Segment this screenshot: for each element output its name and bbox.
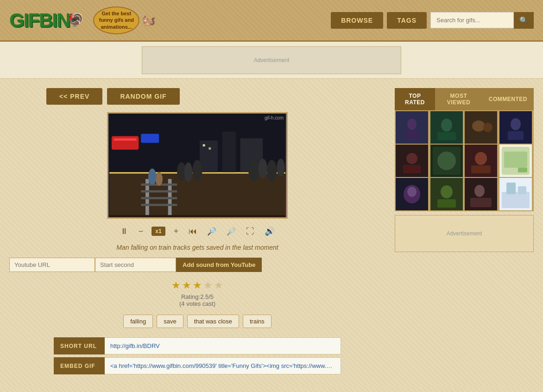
embed-gif-label: EMBED GIF bbox=[54, 357, 105, 374]
tab-commented[interactable]: COMMENTED bbox=[482, 88, 534, 110]
tag-save[interactable]: save bbox=[157, 315, 183, 328]
speed-decrease-button[interactable]: − bbox=[137, 225, 145, 238]
youtube-url-input[interactable] bbox=[9, 258, 95, 272]
speed-increase-button[interactable]: + bbox=[172, 225, 181, 238]
sidebar-ad-text: Advertisement bbox=[447, 230, 482, 237]
star-1[interactable]: ★ bbox=[171, 279, 181, 291]
thumbnail-11[interactable] bbox=[465, 178, 497, 210]
tag-falling[interactable]: falling bbox=[123, 315, 153, 328]
svg-rect-61 bbox=[470, 198, 492, 207]
thumbnail-12[interactable] bbox=[499, 178, 532, 210]
star-rating[interactable]: ★ ★ ★ ★ ★ bbox=[171, 279, 223, 291]
short-url-label: SHORT URL bbox=[54, 337, 105, 354]
svg-point-25 bbox=[155, 172, 163, 186]
svg-rect-11 bbox=[222, 132, 236, 172]
content-left: << PREV RANDOM GIF bbox=[9, 88, 385, 377]
search-button[interactable]: 🔍 bbox=[514, 12, 534, 29]
embed-gif-row: EMBED GIF <a href='https://www.gifbin.co… bbox=[54, 357, 341, 374]
svg-point-15 bbox=[248, 158, 259, 181]
ad-banner: Advertisement bbox=[0, 42, 543, 79]
thumbnail-8[interactable] bbox=[499, 145, 532, 177]
tags-section: falling save that was close trains bbox=[123, 315, 272, 328]
rating-section: ★ ★ ★ ★ ★ Rating:2.5/5 (4 votes cast) bbox=[171, 279, 223, 307]
svg-rect-22 bbox=[112, 136, 139, 150]
speed-badge[interactable]: x1 bbox=[152, 227, 165, 236]
svg-rect-42 bbox=[403, 165, 421, 173]
main-layout: << PREV RANDOM GIF bbox=[0, 79, 543, 386]
thumbnail-6[interactable] bbox=[430, 145, 463, 177]
svg-rect-63 bbox=[502, 192, 530, 208]
svg-rect-52 bbox=[518, 168, 527, 172]
youtube-start-second-input[interactable] bbox=[95, 258, 176, 272]
svg-point-41 bbox=[406, 153, 417, 164]
site-header: GIFBIN 🦃 Get the best funny gifs and ani… bbox=[0, 0, 543, 42]
add-youtube-sound-button[interactable]: Add sound from YouTube bbox=[176, 258, 262, 272]
star-4[interactable]: ★ bbox=[203, 279, 213, 291]
embed-gif-value[interactable]: <a href='https://www.gifbin.com/990539' … bbox=[105, 357, 341, 374]
sound-button[interactable]: 🔊 bbox=[263, 224, 277, 238]
random-gif-button[interactable]: RANDOM GIF bbox=[107, 88, 179, 105]
tags-button[interactable]: TAGS bbox=[387, 12, 427, 29]
short-url-row: SHORT URL http://gifb.in/BDRV bbox=[54, 337, 341, 354]
site-logo[interactable]: GIFBIN 🦃 bbox=[9, 9, 84, 32]
gif-watermark: gif-h.com bbox=[265, 115, 284, 120]
ad-placeholder: Advertisement bbox=[142, 46, 401, 74]
gif-caption: Man falling on train tracks gets saved i… bbox=[116, 244, 278, 251]
svg-rect-10 bbox=[200, 140, 218, 172]
rating-votes: (4 votes cast) bbox=[179, 300, 215, 307]
svg-rect-58 bbox=[437, 199, 456, 208]
sidebar-ad: Advertisement bbox=[395, 215, 534, 252]
svg-point-21 bbox=[192, 160, 202, 181]
header-tagline: Get the best funny gifs and animations..… bbox=[93, 6, 139, 34]
svg-point-29 bbox=[407, 119, 417, 130]
thumbnail-4[interactable] bbox=[499, 111, 532, 144]
svg-rect-51 bbox=[504, 152, 527, 168]
svg-point-18 bbox=[277, 158, 285, 177]
gif-container: gif-h.com bbox=[107, 112, 288, 219]
tag-that-was-close[interactable]: that was close bbox=[187, 315, 239, 328]
zoom-out-button[interactable]: 🔎 bbox=[225, 225, 238, 238]
tag-trains[interactable]: trains bbox=[243, 315, 272, 328]
thumbnail-grid bbox=[395, 110, 534, 211]
tab-most-viewed[interactable]: MOST VIEWED bbox=[435, 88, 482, 110]
svg-rect-48 bbox=[471, 165, 491, 173]
svg-point-57 bbox=[441, 185, 453, 198]
tab-top-rated[interactable]: TOP RATED bbox=[395, 88, 435, 110]
thumbnail-7[interactable] bbox=[465, 145, 497, 177]
star-3[interactable]: ★ bbox=[193, 279, 202, 291]
thumbnail-10[interactable] bbox=[430, 178, 463, 210]
zoom-in-button[interactable]: 🔎 bbox=[205, 225, 218, 238]
star-2[interactable]: ★ bbox=[182, 279, 191, 291]
thumbnail-5[interactable] bbox=[396, 145, 428, 177]
thumbnail-1[interactable] bbox=[396, 111, 428, 144]
svg-point-35 bbox=[472, 120, 485, 132]
rating-value: Rating:2.5/5 bbox=[181, 293, 214, 300]
svg-point-20 bbox=[184, 162, 193, 182]
svg-rect-7 bbox=[141, 197, 177, 199]
short-url-value[interactable]: http://gifb.in/BDRV bbox=[105, 337, 341, 354]
thumbnail-3[interactable] bbox=[465, 111, 497, 144]
svg-point-38 bbox=[511, 118, 521, 130]
gif-navigation: << PREV RANDOM GIF bbox=[46, 88, 180, 105]
thumbnail-2[interactable] bbox=[430, 111, 463, 144]
svg-rect-39 bbox=[508, 131, 524, 140]
svg-rect-24 bbox=[141, 134, 159, 143]
search-input[interactable] bbox=[430, 12, 514, 28]
url-section: SHORT URL http://gifb.in/BDRV EMBED GIF … bbox=[54, 337, 341, 377]
fullscreen-button[interactable]: ⛶ bbox=[244, 225, 256, 238]
svg-rect-6 bbox=[141, 190, 177, 193]
svg-rect-27 bbox=[109, 215, 285, 217]
svg-point-17 bbox=[267, 160, 277, 182]
rewind-button[interactable]: ⏮ bbox=[187, 225, 199, 238]
pause-button[interactable]: ⏸ bbox=[118, 225, 130, 238]
svg-rect-13 bbox=[203, 144, 205, 146]
svg-point-26 bbox=[148, 169, 157, 185]
logo-bird-icon: 🦃 bbox=[68, 13, 84, 28]
svg-rect-33 bbox=[437, 132, 456, 140]
svg-point-16 bbox=[258, 158, 267, 178]
star-5[interactable]: ★ bbox=[214, 279, 223, 291]
thumbnail-9[interactable] bbox=[396, 178, 428, 210]
search-bar: 🔍 bbox=[430, 12, 534, 29]
prev-button[interactable]: << PREV bbox=[46, 88, 102, 105]
browse-button[interactable]: BROWSE bbox=[331, 12, 383, 29]
